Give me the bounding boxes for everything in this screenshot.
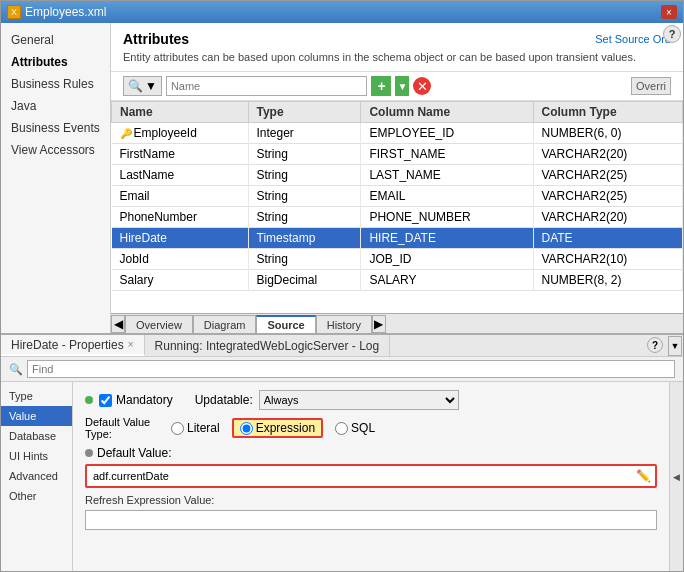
tab-overview[interactable]: Overview — [125, 315, 193, 333]
lower-tab-running-label: Running: IntegratedWebLogicServer - Log — [155, 339, 380, 353]
cell-name: JobId — [112, 249, 249, 270]
sql-radio-label[interactable]: SQL — [335, 421, 375, 435]
search-bar: 🔍 ▼ + ▼ ✕ Overri — [111, 72, 683, 101]
search-icon: 🔍 — [128, 79, 143, 93]
close-button[interactable]: × — [661, 5, 677, 19]
table-row[interactable]: LastNameStringLAST_NAMEVARCHAR2(25) — [112, 165, 683, 186]
table-row[interactable]: 🔑EmployeeIdIntegerEMPLOYEE_IDNUMBER(6, 0… — [112, 123, 683, 144]
literal-radio-label[interactable]: Literal — [171, 421, 220, 435]
default-value-label-row: Default Value: — [85, 446, 657, 460]
cell-type: String — [248, 165, 361, 186]
panel-right-collapse[interactable]: ◀ — [669, 382, 683, 571]
main-window: X Employees.xml × ? General Attributes B… — [0, 0, 684, 572]
sidebar-item-attributes[interactable]: Attributes — [1, 51, 110, 73]
radio-group: Literal Expression SQL — [171, 418, 375, 438]
lower-tab-running-log[interactable]: Running: IntegratedWebLogicServer - Log — [145, 335, 391, 356]
sidebar-item-general[interactable]: General — [1, 29, 110, 51]
add-dropdown-button[interactable]: ▼ — [395, 76, 409, 96]
default-value-label: Default Value: — [97, 446, 172, 460]
props-section-database[interactable]: Database — [1, 426, 72, 446]
cell-type: String — [248, 144, 361, 165]
table-row[interactable]: HireDateTimestampHIRE_DATEDATE — [112, 228, 683, 249]
default-value-section: Default Value: ✏️ — [85, 446, 657, 488]
lower-tab-hiredate-close[interactable]: × — [128, 339, 134, 350]
attributes-description: Entity attributes can be based upon colu… — [123, 51, 671, 63]
refresh-expression-input[interactable] — [85, 510, 657, 530]
mandatory-checkbox[interactable] — [99, 394, 112, 407]
literal-label: Literal — [187, 421, 220, 435]
cell-type: Integer — [248, 123, 361, 144]
lower-panel-help-button[interactable]: ? — [647, 337, 663, 353]
scroll-right-button[interactable]: ▶ — [372, 315, 386, 333]
search-input[interactable] — [166, 76, 368, 96]
tab-history[interactable]: History — [316, 315, 372, 333]
sql-radio[interactable] — [335, 422, 348, 435]
panel-collapse-button[interactable]: ▼ — [668, 336, 682, 356]
title-bar: X Employees.xml × — [1, 1, 683, 23]
tab-source[interactable]: Source — [256, 315, 315, 333]
search-dropdown-icon: ▼ — [145, 79, 157, 93]
cell-name: Email — [112, 186, 249, 207]
props-section-ui-hints[interactable]: UI Hints — [1, 446, 72, 466]
cell-column-name: EMPLOYEE_ID — [361, 123, 533, 144]
expression-label: Expression — [256, 421, 315, 435]
properties-sidebar: Type Value Database UI Hints Advanced Ot… — [1, 382, 73, 571]
default-value-input[interactable] — [93, 470, 649, 482]
updatable-select[interactable]: Always Never While New — [259, 390, 459, 410]
properties-main: Mandatory Updatable: Always Never While … — [73, 382, 669, 571]
expression-radio-label[interactable]: Expression — [232, 418, 323, 438]
sidebar: General Attributes Business Rules Java B… — [1, 23, 111, 333]
table-row[interactable]: JobIdStringJOB_IDVARCHAR2(10) — [112, 249, 683, 270]
refresh-input-row — [85, 510, 657, 530]
literal-radio[interactable] — [171, 422, 184, 435]
cell-column-type: DATE — [533, 228, 683, 249]
sidebar-item-view-accessors[interactable]: View Accessors — [1, 139, 110, 161]
cell-name: PhoneNumber — [112, 207, 249, 228]
table-row[interactable]: FirstNameStringFIRST_NAMEVARCHAR2(20) — [112, 144, 683, 165]
cell-column-name: SALARY — [361, 270, 533, 291]
file-icon: X — [7, 5, 21, 19]
sidebar-item-java[interactable]: Java — [1, 95, 110, 117]
cell-column-type: NUMBER(6, 0) — [533, 123, 683, 144]
find-icon: 🔍 — [9, 363, 23, 376]
props-section-other[interactable]: Other — [1, 486, 72, 506]
sidebar-item-business-events[interactable]: Business Events — [1, 117, 110, 139]
scroll-left-button[interactable]: ◀ — [111, 315, 125, 333]
table-row[interactable]: SalaryBigDecimalSALARYNUMBER(8, 2) — [112, 270, 683, 291]
cell-column-name: HIRE_DATE — [361, 228, 533, 249]
delete-button[interactable]: ✕ — [413, 77, 431, 95]
lower-tab-hiredate-props[interactable]: HireDate - Properties × — [1, 335, 145, 356]
search-button[interactable]: 🔍 ▼ — [123, 76, 162, 96]
mandatory-dot — [85, 396, 93, 404]
sidebar-item-business-rules[interactable]: Business Rules — [1, 73, 110, 95]
sql-label: SQL — [351, 421, 375, 435]
col-type: Type — [248, 102, 361, 123]
default-value-box: ✏️ — [85, 464, 657, 488]
help-button[interactable]: ? — [663, 25, 681, 43]
find-input[interactable] — [27, 360, 675, 378]
table-row[interactable]: EmailStringEMAILVARCHAR2(25) — [112, 186, 683, 207]
tab-diagram[interactable]: Diagram — [193, 315, 257, 333]
cell-type: String — [248, 207, 361, 228]
set-source-link[interactable]: Set Source Ord — [595, 33, 671, 45]
cell-type: String — [248, 186, 361, 207]
default-value-type-label: Default Value Type: — [85, 416, 165, 440]
default-value-type-row: Default Value Type: Literal Expression — [85, 416, 657, 440]
mandatory-label[interactable]: Mandatory — [99, 393, 173, 407]
props-section-value[interactable]: Value — [1, 406, 72, 426]
props-section-type[interactable]: Type — [1, 386, 72, 406]
attributes-title: Attributes — [123, 31, 189, 47]
table-row[interactable]: PhoneNumberStringPHONE_NUMBERVARCHAR2(20… — [112, 207, 683, 228]
find-bar: 🔍 — [1, 357, 683, 382]
override-button[interactable]: Overri — [631, 77, 671, 95]
props-section-advanced[interactable]: Advanced — [1, 466, 72, 486]
cell-column-name: JOB_ID — [361, 249, 533, 270]
lower-tab-hiredate-label: HireDate - Properties — [11, 338, 124, 352]
refresh-expression-section: Refresh Expression Value: — [85, 494, 657, 530]
default-value-dot — [85, 449, 93, 457]
edit-icon[interactable]: ✏️ — [636, 469, 651, 483]
expression-radio[interactable] — [240, 422, 253, 435]
add-button[interactable]: + — [371, 76, 391, 96]
lower-panel: HireDate - Properties × Running: Integra… — [1, 333, 683, 571]
cell-name: Salary — [112, 270, 249, 291]
